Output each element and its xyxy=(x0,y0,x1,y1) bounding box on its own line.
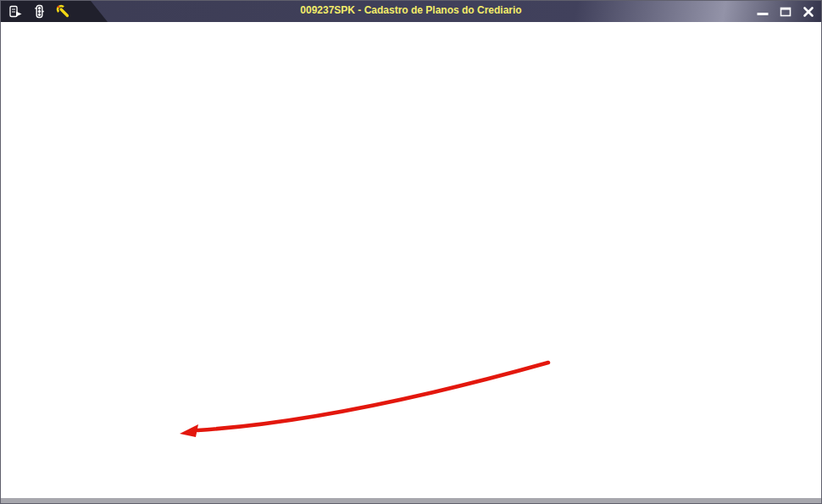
title-bar[interactable]: 009237SPK - Cadastro de Planos do Credia… xyxy=(1,1,821,22)
wrench-icon[interactable] xyxy=(56,4,70,19)
traffic-light-icon[interactable] xyxy=(32,4,47,19)
app-window: 009237SPK - Cadastro de Planos do Credia… xyxy=(0,0,822,504)
maximize-button[interactable] xyxy=(780,5,791,19)
close-button[interactable] xyxy=(803,5,814,19)
window-title: 009237SPK - Cadastro de Planos do Credia… xyxy=(1,4,821,16)
form-content xyxy=(6,22,816,498)
window-controls xyxy=(757,1,814,22)
window-border-bottom xyxy=(1,498,821,503)
minimize-button[interactable] xyxy=(757,5,769,19)
exit-form-icon[interactable] xyxy=(8,4,23,19)
